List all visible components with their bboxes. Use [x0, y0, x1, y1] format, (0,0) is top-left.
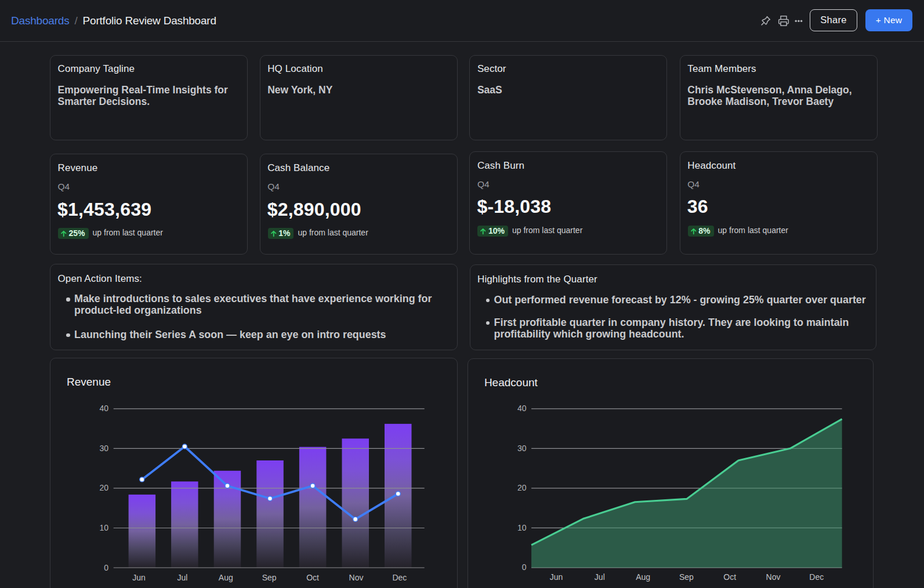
svg-text:Sep: Sep — [679, 572, 694, 582]
svg-text:Nov: Nov — [766, 572, 780, 582]
svg-text:40: 40 — [99, 404, 108, 413]
svg-text:10: 10 — [517, 523, 527, 532]
svg-text:0: 0 — [522, 562, 527, 572]
svg-text:30: 30 — [99, 444, 108, 453]
svg-text:Jun: Jun — [132, 573, 146, 582]
svg-text:20: 20 — [99, 483, 108, 492]
svg-text:Nov: Nov — [349, 573, 364, 582]
svg-text:Oct: Oct — [723, 572, 736, 582]
svg-text:20: 20 — [517, 483, 527, 492]
svg-text:0: 0 — [104, 563, 108, 572]
svg-text:Dec: Dec — [392, 573, 407, 582]
svg-text:40: 40 — [517, 404, 527, 413]
svg-text:Aug: Aug — [636, 572, 650, 582]
svg-text:Sep: Sep — [262, 573, 277, 582]
svg-text:30: 30 — [517, 444, 527, 453]
svg-text:10: 10 — [99, 523, 108, 532]
svg-text:Oct: Oct — [306, 573, 319, 582]
svg-text:Dec: Dec — [809, 572, 824, 582]
svg-text:Jul: Jul — [595, 572, 605, 582]
svg-text:Aug: Aug — [219, 573, 233, 582]
svg-text:Jun: Jun — [550, 572, 563, 582]
svg-text:Jul: Jul — [177, 573, 187, 582]
